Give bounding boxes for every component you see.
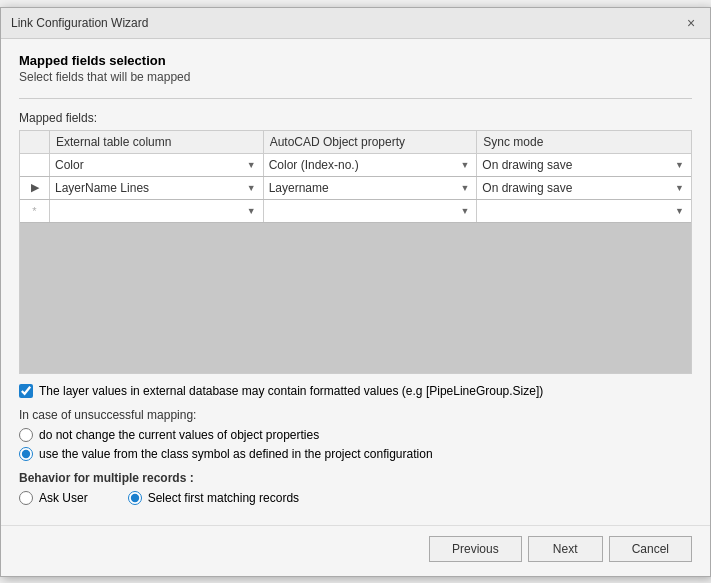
dropdown-arrow: ▼: [247, 183, 256, 193]
previous-button[interactable]: Previous: [429, 536, 522, 562]
options-section: The layer values in external database ma…: [19, 384, 692, 505]
dialog-window: Link Configuration Wizard × Mapped field…: [0, 7, 711, 577]
new-row-col2[interactable]: ▼: [264, 200, 478, 222]
dialog-footer: Previous Next Cancel: [1, 525, 710, 576]
row2-col2[interactable]: Layername ▼: [264, 177, 478, 199]
empty-rows-area: [20, 223, 691, 373]
page-title: Mapped fields selection: [19, 53, 692, 68]
radio-do-not-change-label: do not change the current values of obje…: [39, 428, 319, 442]
table-row: Color ▼ Color (Index-no.) ▼ On drawing s…: [20, 154, 691, 177]
row-indicator-2: ▶: [20, 177, 50, 199]
close-button[interactable]: ×: [682, 14, 700, 32]
cancel-button[interactable]: Cancel: [609, 536, 692, 562]
dropdown-arrow: ▼: [460, 183, 469, 193]
formatted-values-row: The layer values in external database ma…: [19, 384, 692, 398]
row2-col3[interactable]: On drawing save ▼: [477, 177, 691, 199]
behavior-radio-row: Ask User Select first matching records: [19, 491, 692, 505]
radio-select-first-label: Select first matching records: [148, 491, 299, 505]
radio-ask-user[interactable]: [19, 491, 33, 505]
next-button[interactable]: Next: [528, 536, 603, 562]
dialog-content: Mapped fields selection Select fields th…: [1, 39, 710, 519]
formatted-values-checkbox[interactable]: [19, 384, 33, 398]
mapped-fields-table: External table column AutoCAD Object pro…: [19, 130, 692, 374]
radio-row-2: use the value from the class symbol as d…: [19, 447, 692, 461]
th-external-column: External table column: [50, 131, 264, 153]
dropdown-arrow: ▼: [675, 160, 684, 170]
dropdown-arrow: ▼: [460, 206, 469, 216]
row1-col1[interactable]: Color ▼: [50, 154, 264, 176]
radio-select-first[interactable]: [128, 491, 142, 505]
row1-col2[interactable]: Color (Index-no.) ▼: [264, 154, 478, 176]
window-title: Link Configuration Wizard: [11, 16, 148, 30]
unsuccessful-mapping-label: In case of unsuccessful mapping:: [19, 408, 692, 422]
radio-use-value-label: use the value from the class symbol as d…: [39, 447, 433, 461]
dropdown-arrow: ▼: [675, 206, 684, 216]
section-label: Mapped fields:: [19, 111, 692, 125]
unsuccessful-mapping-radio-group: do not change the current values of obje…: [19, 428, 692, 461]
th-sync-mode: Sync mode: [477, 131, 691, 153]
th-autocad-property: AutoCAD Object property: [264, 131, 478, 153]
new-row: * ▼ ▼ ▼: [20, 200, 691, 223]
new-row-indicator: *: [20, 200, 50, 222]
radio-use-value[interactable]: [19, 447, 33, 461]
behavior-option-select-first: Select first matching records: [128, 491, 299, 505]
radio-do-not-change[interactable]: [19, 428, 33, 442]
title-bar: Link Configuration Wizard ×: [1, 8, 710, 39]
radio-row-1: do not change the current values of obje…: [19, 428, 692, 442]
table-header: External table column AutoCAD Object pro…: [20, 131, 691, 154]
formatted-values-label: The layer values in external database ma…: [39, 384, 543, 398]
dropdown-arrow: ▼: [247, 206, 256, 216]
behavior-section: Behavior for multiple records : Ask User…: [19, 471, 692, 505]
behavior-title: Behavior for multiple records :: [19, 471, 692, 485]
new-row-col3[interactable]: ▼: [477, 200, 691, 222]
divider: [19, 98, 692, 99]
th-empty: [20, 131, 50, 153]
row2-col1[interactable]: LayerName Lines ▼: [50, 177, 264, 199]
row-indicator-1: [20, 154, 50, 176]
new-row-col1[interactable]: ▼: [50, 200, 264, 222]
dropdown-arrow: ▼: [675, 183, 684, 193]
page-subtitle: Select fields that will be mapped: [19, 70, 692, 84]
radio-ask-user-label: Ask User: [39, 491, 88, 505]
row1-col3[interactable]: On drawing save ▼: [477, 154, 691, 176]
behavior-option-ask: Ask User: [19, 491, 88, 505]
dropdown-arrow: ▼: [460, 160, 469, 170]
dropdown-arrow: ▼: [247, 160, 256, 170]
table-row: ▶ LayerName Lines ▼ Layername ▼ On drawi: [20, 177, 691, 200]
